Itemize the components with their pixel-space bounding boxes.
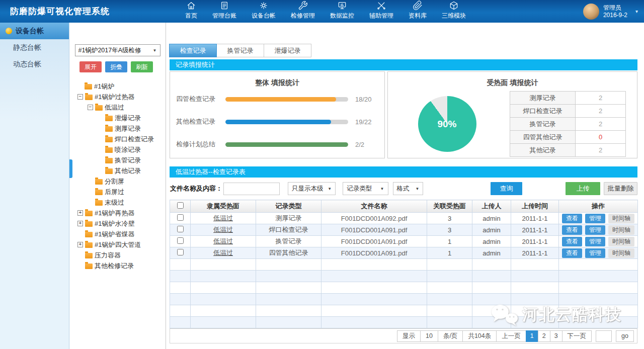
- sidebar-item[interactable]: 设备台帐: [0, 23, 69, 39]
- manage-button[interactable]: 管理: [585, 237, 605, 246]
- timeline-button[interactable]: 时间轴: [608, 237, 634, 246]
- page-button[interactable]: 1: [526, 330, 538, 342]
- nav-item[interactable]: 三维模块: [442, 1, 466, 22]
- nav-item[interactable]: 资料库: [409, 1, 427, 22]
- next-page-button[interactable]: 下一页: [562, 330, 592, 342]
- collapse-toggle-icon[interactable]: −: [88, 105, 93, 110]
- timeline-button[interactable]: 时间轴: [608, 248, 634, 258]
- tree-node[interactable]: 后屏过: [69, 187, 166, 197]
- tree-node[interactable]: 焊口检查记录: [69, 134, 166, 144]
- tree-node-label: 后屏过: [105, 188, 124, 197]
- tree-action-button[interactable]: 刷新: [131, 61, 153, 72]
- empty-table-row: [170, 282, 638, 294]
- empty-cell: [170, 305, 191, 317]
- tree-node[interactable]: 喷涂记录: [69, 144, 166, 155]
- expand-toggle-icon[interactable]: +: [77, 242, 83, 247]
- collapse-toggle-icon[interactable]: −: [77, 94, 83, 100]
- expand-toggle-icon[interactable]: +: [77, 210, 83, 216]
- tree-node[interactable]: −#1锅炉过热器: [69, 92, 166, 102]
- file-name-cell: F001DCD001A091.pdf: [321, 236, 427, 247]
- nav-item[interactable]: 首页: [185, 1, 197, 22]
- folder-icon: [85, 264, 93, 269]
- go-button[interactable]: go: [616, 330, 634, 342]
- sidebar-item[interactable]: 动态台帐: [0, 56, 69, 72]
- empty-cell: [170, 282, 191, 294]
- row-checkbox[interactable]: [177, 214, 184, 221]
- view-button[interactable]: 查看: [562, 237, 582, 246]
- manage-button[interactable]: 管理: [585, 225, 605, 235]
- upload-button[interactable]: 上传: [566, 182, 600, 195]
- user-menu[interactable]: 管理员 2016-9-2 ▾: [583, 4, 638, 20]
- expand-toggle-icon[interactable]: +: [77, 221, 83, 226]
- tree-action-button[interactable]: 展开: [79, 61, 102, 72]
- stat-value: 2: [576, 105, 626, 118]
- row-checkbox[interactable]: [177, 226, 184, 232]
- surface-cell[interactable]: 低温过: [191, 213, 256, 224]
- tree-node[interactable]: 换管记录: [69, 155, 166, 165]
- per-page-label: 条/页: [438, 330, 463, 342]
- empty-cell: [427, 317, 472, 328]
- timeline-button[interactable]: 时间轴: [608, 214, 634, 223]
- view-button[interactable]: 查看: [562, 214, 582, 223]
- prev-page-button[interactable]: 上一页: [496, 330, 526, 342]
- tree-node[interactable]: +#1锅炉水冷壁: [69, 218, 166, 229]
- tree-node[interactable]: 测厚记录: [69, 123, 166, 134]
- tree-node[interactable]: 分割屏: [69, 176, 166, 187]
- row-checkbox[interactable]: [177, 237, 184, 244]
- records-tab[interactable]: 换管记录: [216, 44, 264, 57]
- record-type-select[interactable]: 记录类型 ▼: [343, 182, 388, 195]
- view-button[interactable]: 查看: [562, 248, 582, 258]
- nav-item[interactable]: 检修管理: [291, 1, 315, 22]
- folder-icon: [85, 253, 93, 258]
- tree-action-button[interactable]: 折叠: [105, 61, 127, 72]
- surface-cell[interactable]: 低温过: [191, 236, 256, 247]
- nav-item[interactable]: 管理台账: [212, 1, 236, 22]
- tree-node[interactable]: 压力容器: [69, 250, 166, 260]
- surface-cell[interactable]: 低温过: [191, 224, 256, 236]
- upload-time-cell: 2011-1-1: [511, 224, 559, 236]
- empty-cell: [321, 259, 427, 271]
- format-select[interactable]: 格式 ▼: [393, 182, 424, 195]
- batch-delete-button[interactable]: 批量删除: [604, 182, 637, 195]
- plan-select[interactable]: #1锅炉2017年A级检修 ▼: [75, 44, 160, 56]
- tree-node[interactable]: 其他检修记录: [69, 260, 166, 271]
- chevron-down-icon[interactable]: ▾: [635, 9, 638, 14]
- column-header: 记录类型: [256, 200, 321, 213]
- page-button[interactable]: 3: [550, 330, 562, 342]
- tree-node[interactable]: 末级过: [69, 197, 166, 208]
- tree-node[interactable]: 其他记录: [69, 165, 166, 176]
- tree-node[interactable]: +#1锅炉再热器: [69, 208, 166, 218]
- table-row: 低温过测厚记录F001DCD001A092.pdf3admin2011-1-1查…: [170, 213, 638, 224]
- surface-cell[interactable]: 低温过: [191, 247, 256, 259]
- view-button[interactable]: 查看: [562, 225, 582, 235]
- nav-item[interactable]: 数据监控: [330, 1, 354, 22]
- tree-node[interactable]: −低温过: [69, 102, 166, 113]
- records-tab[interactable]: 泄爆记录: [264, 44, 311, 57]
- empty-cell: [559, 305, 638, 317]
- manage-button[interactable]: 管理: [585, 248, 605, 258]
- nav-item[interactable]: 设备台帐: [252, 1, 276, 22]
- query-button[interactable]: 查询: [491, 182, 522, 195]
- sidebar-item[interactable]: 静态台帐: [0, 39, 69, 56]
- empty-cell: [472, 259, 511, 271]
- page-jump-input[interactable]: [596, 330, 612, 342]
- actions-cell: 查看管理时间轴: [559, 224, 638, 236]
- row-checkbox[interactable]: [177, 249, 184, 255]
- tree-node[interactable]: 泄爆记录: [69, 113, 166, 123]
- tree-node[interactable]: #1锅炉: [69, 81, 166, 92]
- timeline-button[interactable]: 时间轴: [608, 225, 634, 235]
- panel-collapse-handle[interactable]: [69, 159, 72, 178]
- surface-stat-row: 换管记录 2: [510, 118, 626, 131]
- nav-item[interactable]: 辅助管理: [369, 1, 393, 22]
- page-button[interactable]: 2: [538, 330, 550, 342]
- manage-button[interactable]: 管理: [585, 214, 605, 223]
- tree-node[interactable]: #1锅炉省煤器: [69, 229, 166, 239]
- records-tab[interactable]: 检查记录: [169, 44, 217, 57]
- select-all-checkbox[interactable]: [177, 202, 184, 209]
- scope-select[interactable]: 只显示本级 ▼: [288, 182, 336, 195]
- tree-node[interactable]: +#1锅炉四大管道: [69, 239, 166, 250]
- file-search-input[interactable]: [223, 183, 280, 195]
- top-bar: 防磨防爆可视化管理系统 首页 管理台账 设备台帐 检修管理 数据监控 辅助管理 …: [0, 0, 644, 23]
- record-type-cell: 换管记录: [256, 236, 321, 247]
- empty-cell: [427, 259, 472, 271]
